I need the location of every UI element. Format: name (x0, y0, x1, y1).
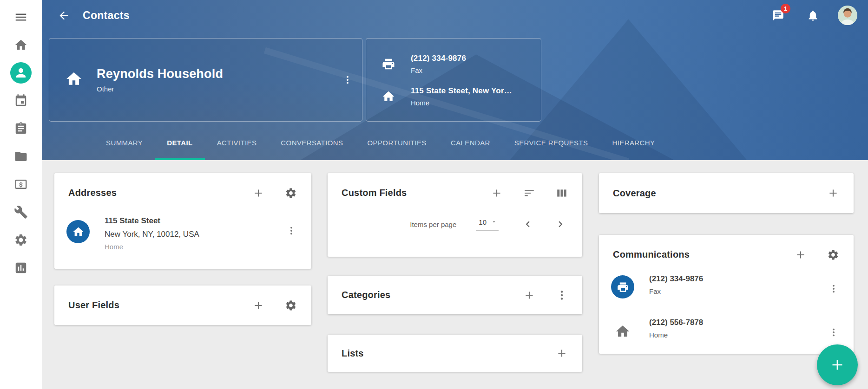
communication-item-fax: (212) 334-9876 Fax (599, 274, 854, 311)
fax-menu-button[interactable] (826, 281, 842, 297)
tab-activities[interactable]: ACTIVITIES (205, 125, 269, 160)
communications-card: Communications (212 (599, 235, 854, 354)
add-custom-field-button[interactable] (490, 187, 503, 200)
fax-label: Fax (649, 287, 826, 295)
user-fields-card: User Fields (54, 285, 311, 325)
address-label: Home (411, 99, 512, 107)
chevron-left-icon (522, 218, 534, 230)
household-icon (65, 70, 83, 90)
entity-summary-card[interactable]: Reynolds Household Other (49, 38, 362, 122)
address-text: 115 State Steet, New Yor… (411, 86, 512, 96)
plus-icon (827, 187, 839, 199)
tab-service-requests[interactable]: SERVICE REQUESTS (502, 125, 600, 160)
sort-custom-fields-button[interactable] (523, 187, 536, 200)
address-line2: New York, NY, 10012, USA (105, 230, 283, 239)
columns-icon (556, 187, 568, 199)
communications-settings-button[interactable] (827, 248, 840, 261)
messages-button[interactable]: 1 (768, 6, 788, 25)
sidebar-item-documents[interactable] (10, 146, 32, 167)
entity-menu-button[interactable] (340, 72, 355, 88)
home-phone-menu-button[interactable] (826, 324, 842, 340)
addresses-settings-button[interactable] (284, 187, 297, 200)
back-button[interactable] (54, 6, 73, 25)
calendar-icon (14, 94, 28, 108)
entity-name: Reynolds Household (97, 67, 340, 81)
fax-label: Fax (411, 66, 466, 74)
more-vert-icon (286, 226, 296, 236)
address-list-item: 115 State Steet New York, NY, 10012, USA… (54, 213, 311, 251)
chevron-right-icon (554, 218, 566, 230)
plus-icon (523, 289, 535, 301)
home-icon (611, 324, 634, 339)
menu-icon (14, 10, 28, 24)
lists-card: Lists (328, 335, 582, 372)
add-category-button[interactable] (523, 289, 536, 302)
detail-content: Addresses 115 State (42, 160, 868, 389)
home-icon (366, 90, 411, 104)
hamburger-menu-button[interactable] (10, 6, 32, 28)
bar-chart-icon (14, 261, 28, 275)
address-type-label: Home (105, 243, 283, 251)
fax-circle-icon (611, 275, 634, 298)
tab-calendar[interactable]: CALENDAR (439, 125, 502, 160)
sidebar-item-billing[interactable] (10, 174, 32, 195)
sidebar-item-tasks[interactable] (10, 118, 32, 139)
gear-icon (14, 233, 28, 247)
contact-hero: Contacts 1 (42, 0, 868, 160)
categories-menu-button[interactable] (555, 289, 568, 302)
sidebar-item-calendar[interactable] (10, 90, 32, 111)
addresses-card: Addresses 115 State (54, 173, 311, 269)
tab-summary[interactable]: SUMMARY (94, 125, 155, 160)
message-count-badge: 1 (781, 4, 790, 13)
plus-icon (491, 187, 503, 199)
tab-hierarchy[interactable]: HIERARCHY (600, 125, 667, 160)
tab-opportunities[interactable]: OPPORTUNITIES (355, 125, 438, 160)
clipboard-icon (14, 122, 28, 136)
user-avatar[interactable] (838, 6, 857, 25)
address-menu-button[interactable] (283, 223, 299, 239)
notifications-button[interactable] (803, 6, 822, 25)
plus-icon (556, 347, 568, 359)
user-fields-settings-button[interactable] (284, 299, 297, 312)
coverage-card: Coverage (599, 173, 854, 213)
plus-icon (795, 249, 807, 261)
gear-icon (285, 187, 297, 199)
sidebar-item-settings[interactable] (10, 229, 32, 251)
page-size-select[interactable]: 10 (476, 218, 499, 231)
fax-number: (212) 334-9876 (411, 54, 466, 63)
wrench-icon (14, 205, 28, 219)
add-address-button[interactable] (252, 187, 265, 200)
sidebar-item-home[interactable] (10, 34, 32, 56)
previous-page-button[interactable] (521, 217, 535, 231)
plus-icon (252, 299, 264, 311)
quick-contact-address: 115 State Steet, New Yor… Home (366, 80, 541, 113)
custom-fields-title: Custom Fields (342, 188, 490, 198)
home-icon (14, 38, 28, 52)
quick-contact-card[interactable]: (212) 334-9876 Fax 115 State Steet, New … (366, 38, 541, 122)
tab-conversations[interactable]: CONVERSATIONS (269, 125, 355, 160)
sidebar-item-contacts[interactable] (10, 62, 32, 84)
home-circle-icon (66, 220, 90, 243)
gear-icon (285, 299, 297, 311)
sort-icon (523, 187, 535, 199)
home-phone-label: Home (649, 331, 826, 339)
addresses-title: Addresses (68, 188, 252, 198)
tab-detail[interactable]: DETAIL (155, 125, 204, 160)
add-list-button[interactable] (555, 347, 568, 360)
left-sidebar (0, 0, 42, 389)
add-fab-button[interactable] (817, 344, 858, 385)
avatar-photo (838, 6, 857, 25)
sidebar-item-reports[interactable] (10, 257, 32, 279)
quick-contact-fax: (212) 334-9876 Fax (366, 48, 541, 80)
columns-view-button[interactable] (555, 187, 568, 200)
address-line1: 115 State Steet (105, 216, 283, 226)
page-title: Contacts (83, 9, 130, 22)
add-coverage-button[interactable] (827, 187, 840, 200)
next-page-button[interactable] (553, 217, 567, 231)
home-phone-number: (212) 556-7878 (649, 318, 826, 327)
add-communication-button[interactable] (794, 248, 807, 261)
add-user-field-button[interactable] (252, 299, 265, 312)
communication-item-home: (212) 556-7878 Home (599, 318, 854, 354)
top-app-bar: Contacts 1 (42, 0, 868, 31)
sidebar-item-tools[interactable] (10, 201, 32, 223)
